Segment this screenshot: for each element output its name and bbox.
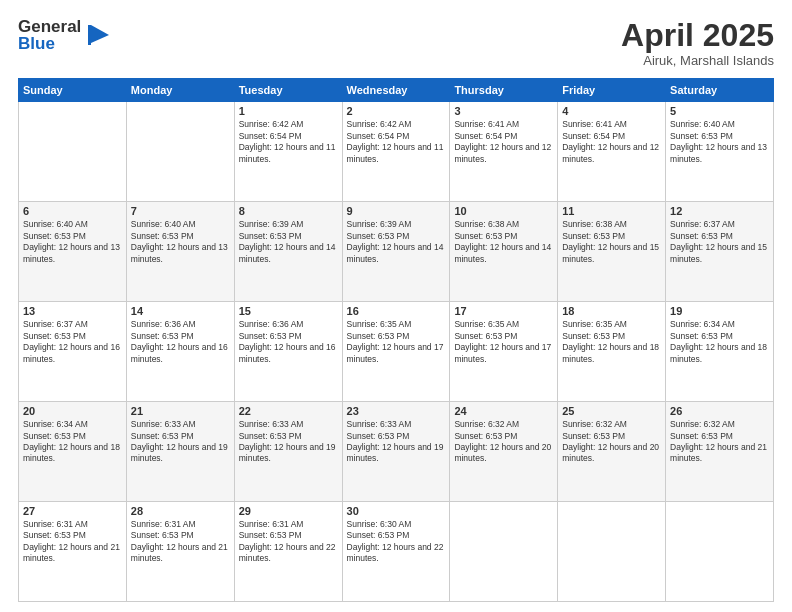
day-number: 29 [239,505,338,517]
table-row: 5Sunrise: 6:40 AM Sunset: 6:53 PM Daylig… [666,102,774,202]
table-row: 10Sunrise: 6:38 AM Sunset: 6:53 PM Dayli… [450,202,558,302]
table-row: 9Sunrise: 6:39 AM Sunset: 6:53 PM Daylig… [342,202,450,302]
table-row: 26Sunrise: 6:32 AM Sunset: 6:53 PM Dayli… [666,402,774,502]
day-number: 23 [347,405,446,417]
table-row: 17Sunrise: 6:35 AM Sunset: 6:53 PM Dayli… [450,302,558,402]
header-row: Sunday Monday Tuesday Wednesday Thursday… [19,79,774,102]
day-number: 24 [454,405,553,417]
day-info: Sunrise: 6:40 AM Sunset: 6:53 PM Dayligh… [23,219,122,265]
col-sunday: Sunday [19,79,127,102]
table-row: 6Sunrise: 6:40 AM Sunset: 6:53 PM Daylig… [19,202,127,302]
col-wednesday: Wednesday [342,79,450,102]
table-row: 12Sunrise: 6:37 AM Sunset: 6:53 PM Dayli… [666,202,774,302]
day-number: 25 [562,405,661,417]
svg-rect-1 [88,25,91,45]
day-number: 14 [131,305,230,317]
day-number: 4 [562,105,661,117]
logo: General Blue [18,18,111,52]
title-block: April 2025 Airuk, Marshall Islands [621,18,774,68]
day-info: Sunrise: 6:36 AM Sunset: 6:53 PM Dayligh… [239,319,338,365]
calendar-week-2: 6Sunrise: 6:40 AM Sunset: 6:53 PM Daylig… [19,202,774,302]
day-info: Sunrise: 6:34 AM Sunset: 6:53 PM Dayligh… [23,419,122,465]
calendar-week-4: 20Sunrise: 6:34 AM Sunset: 6:53 PM Dayli… [19,402,774,502]
day-number: 20 [23,405,122,417]
table-row [666,502,774,602]
day-number: 15 [239,305,338,317]
day-info: Sunrise: 6:38 AM Sunset: 6:53 PM Dayligh… [454,219,553,265]
day-number: 18 [562,305,661,317]
table-row: 3Sunrise: 6:41 AM Sunset: 6:54 PM Daylig… [450,102,558,202]
table-row: 18Sunrise: 6:35 AM Sunset: 6:53 PM Dayli… [558,302,666,402]
calendar-subtitle: Airuk, Marshall Islands [621,53,774,68]
table-row: 21Sunrise: 6:33 AM Sunset: 6:53 PM Dayli… [126,402,234,502]
table-row: 24Sunrise: 6:32 AM Sunset: 6:53 PM Dayli… [450,402,558,502]
day-number: 2 [347,105,446,117]
day-number: 3 [454,105,553,117]
day-number: 17 [454,305,553,317]
table-row: 14Sunrise: 6:36 AM Sunset: 6:53 PM Dayli… [126,302,234,402]
day-info: Sunrise: 6:30 AM Sunset: 6:53 PM Dayligh… [347,519,446,565]
table-row: 16Sunrise: 6:35 AM Sunset: 6:53 PM Dayli… [342,302,450,402]
day-info: Sunrise: 6:33 AM Sunset: 6:53 PM Dayligh… [239,419,338,465]
day-info: Sunrise: 6:32 AM Sunset: 6:53 PM Dayligh… [670,419,769,465]
day-info: Sunrise: 6:35 AM Sunset: 6:53 PM Dayligh… [347,319,446,365]
page: General Blue April 2025 Airuk, Marshall … [0,0,792,612]
day-number: 22 [239,405,338,417]
day-info: Sunrise: 6:37 AM Sunset: 6:53 PM Dayligh… [670,219,769,265]
table-row: 29Sunrise: 6:31 AM Sunset: 6:53 PM Dayli… [234,502,342,602]
col-friday: Friday [558,79,666,102]
day-number: 6 [23,205,122,217]
col-thursday: Thursday [450,79,558,102]
table-row: 19Sunrise: 6:34 AM Sunset: 6:53 PM Dayli… [666,302,774,402]
day-number: 5 [670,105,769,117]
table-row: 28Sunrise: 6:31 AM Sunset: 6:53 PM Dayli… [126,502,234,602]
header: General Blue April 2025 Airuk, Marshall … [18,18,774,68]
day-number: 19 [670,305,769,317]
table-row: 25Sunrise: 6:32 AM Sunset: 6:53 PM Dayli… [558,402,666,502]
day-number: 10 [454,205,553,217]
day-number: 30 [347,505,446,517]
table-row: 8Sunrise: 6:39 AM Sunset: 6:53 PM Daylig… [234,202,342,302]
calendar-table: Sunday Monday Tuesday Wednesday Thursday… [18,78,774,602]
logo-general: General [18,18,81,35]
day-number: 21 [131,405,230,417]
table-row: 22Sunrise: 6:33 AM Sunset: 6:53 PM Dayli… [234,402,342,502]
table-row: 20Sunrise: 6:34 AM Sunset: 6:53 PM Dayli… [19,402,127,502]
day-info: Sunrise: 6:31 AM Sunset: 6:53 PM Dayligh… [239,519,338,565]
table-row [450,502,558,602]
table-row: 1Sunrise: 6:42 AM Sunset: 6:54 PM Daylig… [234,102,342,202]
day-info: Sunrise: 6:33 AM Sunset: 6:53 PM Dayligh… [131,419,230,465]
day-number: 16 [347,305,446,317]
day-info: Sunrise: 6:31 AM Sunset: 6:53 PM Dayligh… [131,519,230,565]
day-info: Sunrise: 6:31 AM Sunset: 6:53 PM Dayligh… [23,519,122,565]
logo-icon [83,21,111,49]
col-tuesday: Tuesday [234,79,342,102]
col-monday: Monday [126,79,234,102]
col-saturday: Saturday [666,79,774,102]
table-row: 23Sunrise: 6:33 AM Sunset: 6:53 PM Dayli… [342,402,450,502]
day-info: Sunrise: 6:38 AM Sunset: 6:53 PM Dayligh… [562,219,661,265]
day-info: Sunrise: 6:40 AM Sunset: 6:53 PM Dayligh… [131,219,230,265]
day-info: Sunrise: 6:42 AM Sunset: 6:54 PM Dayligh… [239,119,338,165]
day-number: 1 [239,105,338,117]
day-info: Sunrise: 6:42 AM Sunset: 6:54 PM Dayligh… [347,119,446,165]
day-info: Sunrise: 6:34 AM Sunset: 6:53 PM Dayligh… [670,319,769,365]
calendar-week-1: 1Sunrise: 6:42 AM Sunset: 6:54 PM Daylig… [19,102,774,202]
table-row [126,102,234,202]
table-row [558,502,666,602]
day-number: 27 [23,505,122,517]
day-info: Sunrise: 6:39 AM Sunset: 6:53 PM Dayligh… [347,219,446,265]
day-info: Sunrise: 6:35 AM Sunset: 6:53 PM Dayligh… [562,319,661,365]
day-number: 12 [670,205,769,217]
table-row: 13Sunrise: 6:37 AM Sunset: 6:53 PM Dayli… [19,302,127,402]
day-info: Sunrise: 6:41 AM Sunset: 6:54 PM Dayligh… [562,119,661,165]
calendar-week-5: 27Sunrise: 6:31 AM Sunset: 6:53 PM Dayli… [19,502,774,602]
day-info: Sunrise: 6:39 AM Sunset: 6:53 PM Dayligh… [239,219,338,265]
table-row: 30Sunrise: 6:30 AM Sunset: 6:53 PM Dayli… [342,502,450,602]
day-info: Sunrise: 6:36 AM Sunset: 6:53 PM Dayligh… [131,319,230,365]
day-number: 11 [562,205,661,217]
day-number: 9 [347,205,446,217]
day-info: Sunrise: 6:37 AM Sunset: 6:53 PM Dayligh… [23,319,122,365]
table-row: 2Sunrise: 6:42 AM Sunset: 6:54 PM Daylig… [342,102,450,202]
day-info: Sunrise: 6:35 AM Sunset: 6:53 PM Dayligh… [454,319,553,365]
